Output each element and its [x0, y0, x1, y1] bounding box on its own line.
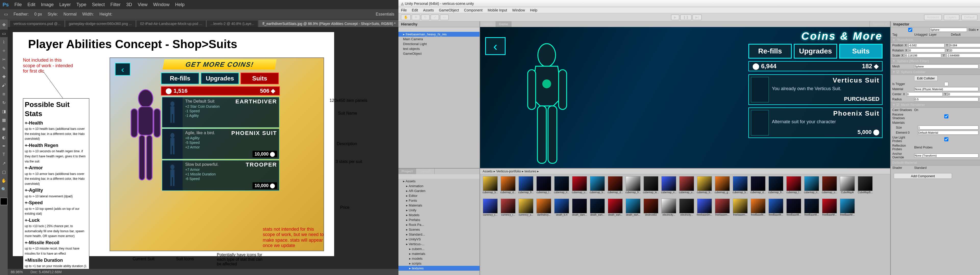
- physmat-field[interactable]: [914, 87, 978, 91]
- game-tab-suits[interactable]: Suits: [240, 73, 279, 84]
- suit-card[interactable]: Phoenix Suit Alternate suit for your cha…: [748, 107, 883, 138]
- scl-x[interactable]: [905, 54, 941, 58]
- menu-layer[interactable]: Layer: [59, 2, 71, 7]
- hierarchy-create[interactable]: Create ▾: [400, 28, 411, 31]
- un-menu-assets[interactable]: Assets: [423, 8, 434, 12]
- recvshadows-checkbox[interactable]: [914, 114, 978, 119]
- assets-breadcrumb[interactable]: Assets ▸ Verticus-portfolio ▸ textures ▸: [480, 169, 890, 174]
- pause-button[interactable]: ❚❚: [680, 14, 692, 20]
- asset-item[interactable]: cubemap_b...: [482, 176, 498, 197]
- zoom-level[interactable]: 88.96%: [11, 270, 23, 274]
- move-tool[interactable]: ✥: [412, 14, 420, 20]
- suit-item[interactable]: Slow but powerful.+7 Armor +1 Missile Du…: [162, 160, 279, 191]
- project-tree-item[interactable]: ▸ AR-Garden: [398, 188, 480, 193]
- asset-item[interactable]: cubemap_d...: [607, 176, 624, 197]
- project-tree-item[interactable]: ▸ Rock Pa...: [398, 222, 480, 227]
- asset-item[interactable]: freebasem...: [732, 199, 748, 220]
- zoom-tool[interactable]: 🔍: [0, 185, 8, 193]
- asset-item[interactable]: cubemap_b...: [732, 176, 748, 197]
- wand-tool[interactable]: ✧: [0, 47, 8, 54]
- obj-name-field[interactable]: [930, 28, 967, 32]
- lightprobes-checkbox[interactable]: [914, 137, 978, 141]
- obj-enabled-checkbox[interactable]: [892, 28, 928, 32]
- un-menu-file[interactable]: File: [401, 8, 407, 12]
- radius-field[interactable]: [914, 97, 978, 101]
- project-tree-item[interactable]: ▸ scripts: [398, 261, 480, 266]
- scale-tool[interactable]: ⤢: [431, 14, 439, 20]
- menu-filter[interactable]: Filter: [110, 2, 121, 7]
- menu-file[interactable]: File: [14, 2, 22, 7]
- project-tree-item[interactable]: ▸ models: [398, 256, 480, 261]
- history-brush-tool[interactable]: ↻: [0, 99, 8, 106]
- add-component-button[interactable]: Add Component: [894, 173, 952, 179]
- get-more-coins-banner[interactable]: GET MORE COINS!: [162, 59, 277, 70]
- hierarchy-item[interactable]: GameObject: [398, 51, 480, 56]
- hand-tool[interactable]: ✋: [401, 14, 410, 20]
- hierarchy-item[interactable]: Directional Light: [398, 41, 480, 46]
- asset-item[interactable]: cubemap_le...: [643, 176, 659, 197]
- hierarchy-item[interactable]: text objects: [398, 46, 480, 51]
- brush-tool[interactable]: 🖌: [0, 82, 8, 89]
- hierarchy-item[interactable]: Main Camera: [398, 37, 480, 41]
- crop-tool[interactable]: ✂: [0, 55, 8, 63]
- shape-tool[interactable]: ▢: [0, 168, 8, 176]
- game-tab-refills[interactable]: Re-fills: [748, 44, 792, 58]
- asset-item[interactable]: destroid02: [643, 199, 659, 220]
- game-back-button[interactable]: ‹: [115, 63, 130, 76]
- meshfilter-header[interactable]: ▼ Sphere (Mesh Filter): [891, 58, 980, 64]
- doc-tab-0[interactable]: verticus-companions.psd @...: [10, 20, 65, 27]
- asset-item[interactable]: death_b.rt: [554, 199, 570, 220]
- asset-item[interactable]: death_eart...: [589, 199, 606, 220]
- asset-item[interactable]: cubemap_fr...: [625, 176, 641, 197]
- doc-tab-2[interactable]: 02-iPad-Air-Landscape-Mock-up.psd ...: [136, 20, 206, 27]
- dodge-tool[interactable]: ◐: [0, 133, 8, 141]
- scene-tab[interactable]: Scene: [480, 21, 496, 27]
- defaultmat-header[interactable]: Default-Material: [891, 160, 980, 166]
- un-menu-component[interactable]: Component: [464, 8, 482, 12]
- project-tree-item[interactable]: ▸ Fonts: [398, 198, 480, 203]
- pos-y[interactable]: [950, 43, 980, 47]
- project-tree-item[interactable]: ▸ Prefabs: [398, 217, 480, 222]
- play-button[interactable]: ▶: [671, 14, 679, 20]
- heal-tool[interactable]: ✚: [0, 73, 8, 81]
- castshadows-dropdown[interactable]: On: [914, 108, 918, 112]
- asset-item[interactable]: cubemap_l...: [536, 176, 552, 197]
- foreground-color[interactable]: [0, 198, 8, 205]
- gradient-tool[interactable]: ▦: [0, 116, 8, 124]
- game-tab[interactable]: Game: [496, 21, 511, 27]
- asset-item[interactable]: freeBaseM...: [839, 199, 856, 220]
- asset-item[interactable]: death_eart...: [607, 199, 624, 220]
- asset-item[interactable]: cubemap_u...: [821, 176, 838, 197]
- doc-tab-3[interactable]: ...levels-2 @ 40.8% (Laye...: [207, 20, 258, 27]
- move-tool[interactable]: ✥: [0, 21, 8, 28]
- asset-item[interactable]: currency_s...: [518, 199, 534, 220]
- game-tab-upgrades[interactable]: Upgrades: [794, 44, 837, 58]
- asset-item[interactable]: cubemap_u...: [678, 176, 695, 197]
- rotate-tool[interactable]: ↻: [421, 14, 430, 20]
- inspector-tab[interactable]: Inspector: [891, 21, 980, 27]
- asset-item[interactable]: freeBaseM...: [768, 199, 784, 220]
- asset-item[interactable]: cubemap_g...: [714, 176, 730, 197]
- un-menu-gameobject[interactable]: GameObject: [439, 8, 459, 12]
- shader-dropdown[interactable]: Standard: [914, 166, 927, 169]
- layer-dropdown[interactable]: Default: [951, 33, 961, 36]
- transform-header[interactable]: ▼ Transform: [891, 37, 980, 43]
- asset-item[interactable]: cubemap_d...: [500, 176, 516, 197]
- game-tab-suits[interactable]: Suits: [839, 44, 883, 58]
- opt-feather-value[interactable]: 0 px: [35, 12, 42, 17]
- game-back-button[interactable]: ‹: [485, 37, 506, 55]
- pos-x[interactable]: [908, 43, 945, 47]
- rot-x[interactable]: [909, 48, 945, 52]
- suit-card[interactable]: Verticus Suit You already own the Vertic…: [748, 74, 883, 105]
- cen-y[interactable]: [948, 92, 980, 96]
- meshrenderer-header[interactable]: ▼ ☑ Mesh Renderer: [891, 102, 980, 108]
- path-tool[interactable]: ↗: [0, 160, 8, 167]
- asset-item[interactable]: cubemap_b...: [589, 176, 606, 197]
- asset-item[interactable]: freebasem...: [714, 199, 730, 220]
- suit-item[interactable]: Agile, like a bird.+8 Agility -5 Speed +…: [162, 129, 279, 159]
- asset-item[interactable]: death_eart...: [625, 199, 641, 220]
- menu-select[interactable]: Select: [92, 2, 105, 7]
- asset-item[interactable]: cubemap_d...: [750, 176, 766, 197]
- doc-tab-4[interactable]: ff_earthdiverSuitStats.jpg @ 88.9% (Play…: [259, 20, 399, 27]
- menu-3d[interactable]: 3D: [126, 2, 132, 7]
